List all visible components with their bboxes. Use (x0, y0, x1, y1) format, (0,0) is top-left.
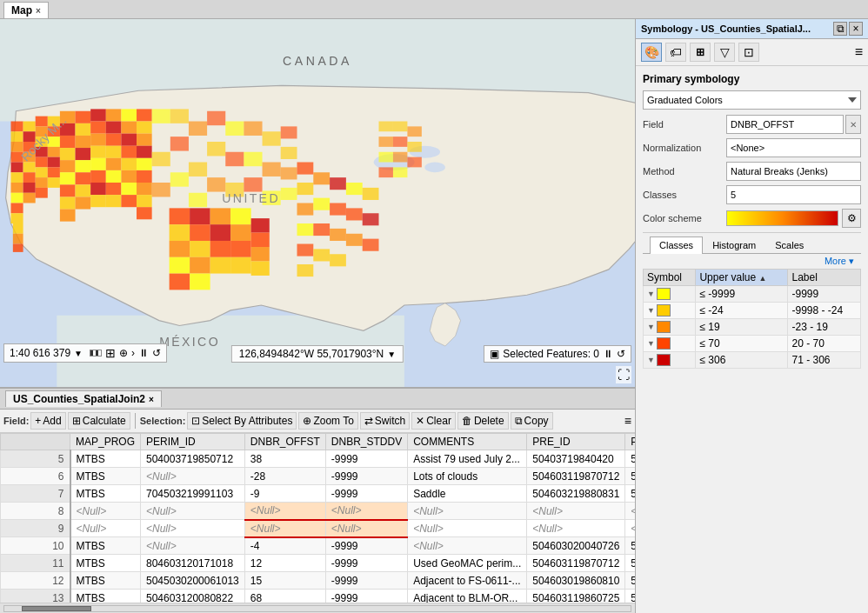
map-tab-close-icon[interactable]: × (36, 6, 41, 16)
sym-title: Symbology - US_Counties_SpatialJ... (641, 23, 830, 34)
color-bar[interactable] (726, 210, 838, 226)
clear-button[interactable]: ✕ Clear (411, 412, 456, 430)
sym-more[interactable]: More ▾ (643, 254, 861, 269)
table-row[interactable]: 10MTBS<Null>-4-9999<Null>504603020040726… (1, 537, 636, 555)
sym-display-button[interactable]: ⊞ (690, 43, 711, 62)
table-menu-icon[interactable]: ≡ (624, 414, 631, 428)
table-row[interactable]: 11MTBS80460312017101812-9999Used GeoMAC … (1, 555, 636, 572)
pre-id-header[interactable]: PRE_ID (527, 434, 625, 450)
tab-histogram[interactable]: Histogram (703, 237, 765, 253)
svg-rect-137 (379, 167, 393, 177)
class-row[interactable]: ▼≤ 30671 - 306 (644, 352, 861, 369)
svg-rect-110 (281, 126, 297, 138)
table-cell-pre-id: 504603119860725 (527, 590, 625, 603)
ruler-icon (90, 350, 102, 356)
table-row[interactable]: 13MTBS50460312008082268-9999Adjacent to … (1, 590, 636, 603)
svg-rect-57 (90, 122, 106, 134)
table-row[interactable]: 8<Null><Null><Null><Null><Null><Null><Nu… (1, 503, 636, 520)
svg-rect-75 (121, 146, 137, 158)
post-id-header[interactable]: POST_ID (625, 434, 635, 450)
table-tab[interactable]: US_Counties_SpatialJoin2 × (5, 390, 162, 407)
table-cell-map-prog: <Null> (70, 503, 141, 520)
expand-icon[interactable]: ⛶ (618, 368, 630, 382)
copy-button[interactable]: ⧉ Copy (511, 412, 553, 430)
calculate-button[interactable]: ⊞ Calculate (68, 412, 130, 430)
svg-rect-71 (106, 195, 122, 207)
svg-rect-106 (244, 177, 262, 191)
class-row[interactable]: ▼≤ 19-23 - 19 (644, 319, 861, 336)
field-select[interactable]: DNBR_OFFST (726, 115, 844, 134)
comments-header[interactable]: COMMENTS (408, 434, 527, 450)
more-tools-icon: ⊕ (119, 347, 128, 359)
map-tab[interactable]: Map × (3, 2, 49, 18)
pause-icon[interactable]: ⏸ (138, 347, 149, 359)
map-scale-control[interactable]: 1:40 616 379 ▼ ⊞ ⊕ › ⏸ ↺ (3, 343, 167, 363)
table-row[interactable]: 7MTBS704503219991103-9-9999Saddle5046032… (1, 485, 636, 503)
pause-map-icon[interactable]: ⏸ (603, 348, 613, 360)
svg-rect-142 (407, 126, 421, 137)
add-field-button[interactable]: + Add (30, 412, 65, 430)
upper-value-col-header[interactable]: Upper value ▲ (696, 270, 788, 286)
dnbr-stddv-header[interactable]: DNBR_STDDV (325, 434, 407, 450)
sym-paint-button[interactable]: 🎨 (641, 43, 662, 62)
svg-rect-22 (23, 183, 36, 193)
switch-button[interactable]: ⇄ Switch (360, 412, 410, 430)
sync-icon[interactable]: ↺ (617, 348, 625, 360)
field-clear-button[interactable]: ✕ (845, 115, 861, 134)
sym-label-button[interactable]: 🏷 (665, 43, 686, 62)
table-row[interactable]: 9<Null><Null><Null><Null><Null><Null><Nu… (1, 520, 636, 537)
select-by-attributes-button[interactable]: ⊡ Select By Attributes (187, 412, 297, 430)
symbology-type-select[interactable]: Graduated Colors (643, 90, 861, 110)
row-num-header (1, 434, 70, 450)
sym-query-button[interactable]: ⊡ (738, 43, 759, 62)
horizontal-scrollbar[interactable] (0, 603, 635, 613)
delete-button[interactable]: 🗑 Delete (457, 412, 509, 430)
table-row[interactable]: 6MTBS<Null>-28-9999Lots of clouds5046031… (1, 468, 636, 485)
table-cell-post-id: 50460302008... (625, 537, 635, 555)
method-select[interactable]: Natural Breaks (Jenks) (726, 162, 861, 181)
svg-rect-133 (363, 239, 379, 251)
primary-symbology-title: Primary symbology (643, 73, 861, 85)
svg-rect-50 (76, 136, 91, 148)
table-row[interactable]: 5MTBS50400371985071238-9999Assist 79 use… (1, 450, 636, 468)
classes-select[interactable]: 5 (726, 185, 861, 204)
class-upper-value: ≤ 19 (696, 319, 788, 336)
zoom-to-button[interactable]: ⊕ Zoom To (298, 412, 357, 430)
coord-value: 126,8494842°W 55,7017903°N (239, 348, 384, 360)
svg-rect-160 (210, 241, 231, 257)
dnbr-offst-header[interactable]: DNBR_OFFST (244, 434, 325, 450)
svg-rect-129 (346, 208, 363, 220)
coord-dropdown-icon[interactable]: ▼ (387, 350, 396, 359)
svg-rect-11 (11, 172, 23, 183)
tab-classes[interactable]: Classes (650, 237, 703, 254)
table-titlebar: US_Counties_SpatialJoin2 × (0, 389, 635, 410)
normalization-select[interactable]: <None> (726, 138, 861, 157)
sym-filter-button[interactable]: ▽ (714, 43, 735, 62)
color-settings-button[interactable]: ⚙ (842, 209, 861, 228)
refresh-icon[interactable]: ↺ (152, 347, 161, 359)
class-row[interactable]: ▼≤ -9999-9999 (644, 286, 861, 303)
table-tab-close[interactable]: × (149, 395, 154, 404)
table-row[interactable]: 12MTBS504503020006101315-9999Adjacent to… (1, 572, 636, 590)
svg-rect-152 (170, 274, 190, 290)
scrollbar-thumb[interactable] (22, 606, 91, 611)
perim-id-header[interactable]: PERIM_ID (141, 434, 245, 450)
svg-rect-150 (170, 241, 190, 257)
class-row[interactable]: ▼≤ -24-9998 - -24 (644, 303, 861, 319)
svg-rect-119 (297, 264, 314, 277)
sym-menu-icon[interactable]: ≡ (855, 44, 863, 60)
attribute-table-wrapper[interactable]: MAP_PROG PERIM_ID DNBR_OFFST DNBR_STDDV … (0, 433, 635, 603)
svg-rect-87 (137, 195, 152, 207)
svg-rect-117 (297, 223, 314, 236)
svg-rect-104 (244, 122, 262, 136)
scrollbar-track[interactable] (3, 605, 631, 612)
svg-rect-20 (23, 163, 36, 173)
table-cell-dnbr-stddv: <Null> (325, 503, 407, 520)
tab-scales[interactable]: Scales (765, 237, 813, 253)
table-cell-dnbr-offst: 38 (244, 450, 325, 468)
sym-close-button[interactable]: × (849, 22, 863, 36)
sym-float-button[interactable]: ⧉ (833, 22, 847, 36)
map-prog-header[interactable]: MAP_PROG (70, 434, 141, 450)
class-row[interactable]: ▼≤ 7020 - 70 (644, 336, 861, 352)
svg-rect-66 (106, 134, 122, 146)
